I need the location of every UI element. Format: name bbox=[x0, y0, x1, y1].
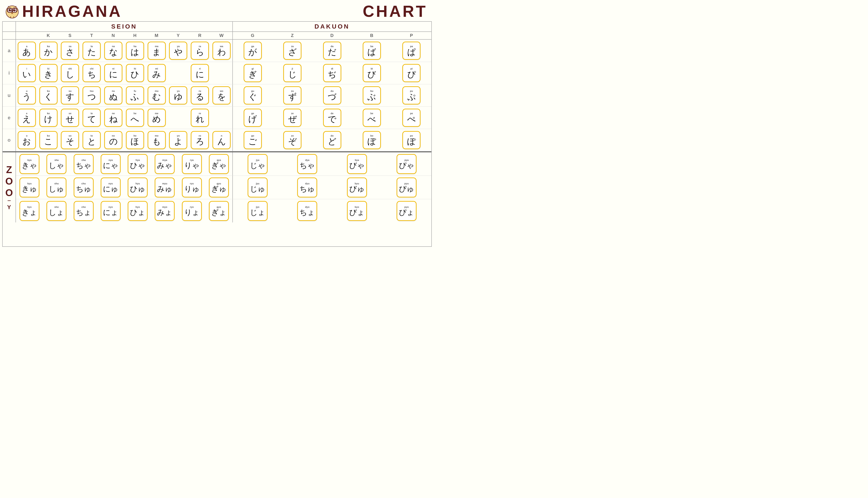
kana-card-yo: yoよ bbox=[169, 131, 187, 149]
kana-cell-n: nん bbox=[211, 129, 232, 151]
youon-dakuon-char-pyu: ぴゅ bbox=[399, 185, 414, 193]
youon-label: Z O O ー Y bbox=[3, 152, 16, 222]
kana-card-ha: haは bbox=[126, 42, 144, 60]
kana-char-mi: み bbox=[152, 70, 161, 79]
kana-card-su: suす bbox=[61, 86, 79, 104]
dakuon-char-bo: ぼ bbox=[367, 137, 376, 146]
col-header-N: N bbox=[103, 32, 124, 39]
dakuon-cells-a: gaがzaざdaだbaばpaぱ bbox=[233, 40, 431, 62]
kana-card-ta: taた bbox=[82, 42, 101, 60]
kana-card-ro: roろ bbox=[191, 131, 209, 149]
seion-cells-a: aあkaかsaさtaたnaなhaはmaまyaやraらwaわ bbox=[16, 40, 233, 62]
kana-char-ta: た bbox=[88, 48, 96, 56]
dakuon-card-ga: gaが bbox=[244, 42, 262, 60]
svg-point-3 bbox=[9, 9, 11, 12]
youon-dakuon-cell-jya: jyaじゃ bbox=[233, 152, 282, 175]
youon-char-ryo: りょ bbox=[184, 209, 200, 216]
kana-card-e: eえ bbox=[18, 109, 36, 127]
dakuon-cell-ge: geげ bbox=[233, 107, 273, 129]
youon-card-kyu: kyuきゅ bbox=[19, 178, 39, 197]
youon-romaji-myo: myo bbox=[162, 206, 167, 208]
kana-char-ka: か bbox=[44, 48, 53, 56]
youon-dakuon-char-jyu: じゅ bbox=[250, 185, 265, 193]
youon-cell-rya: ryaりゃ bbox=[179, 152, 206, 175]
dakuon-char-ge: げ bbox=[248, 115, 257, 123]
youon-dakuon-cell-dya: dyaちゃ bbox=[282, 152, 332, 175]
youon-dakuon-cell-byu: byuびゅ bbox=[332, 176, 382, 199]
dakuon-cell-pu: puぷ bbox=[392, 84, 431, 106]
kana-char-n: ん bbox=[217, 137, 226, 146]
col-header-R: R bbox=[189, 32, 211, 39]
youon-char-sho: しょ bbox=[49, 209, 64, 216]
kana-char-so: そ bbox=[66, 137, 74, 146]
kana-cell-empty bbox=[211, 62, 232, 84]
youon-char-cho: ちょ bbox=[76, 209, 91, 216]
dakuon-card-ge: geげ bbox=[244, 109, 262, 127]
youon-romaji-mya: mya bbox=[162, 159, 167, 161]
kana-card-sa: saさ bbox=[61, 42, 79, 60]
col-header-W: W bbox=[211, 32, 232, 39]
dakuon-cell-pi: piぴ bbox=[392, 62, 431, 84]
kana-card-me: meめ bbox=[148, 109, 166, 127]
youon-dakuon-cell-bya: byaびゃ bbox=[332, 152, 382, 175]
youon-romaji-gyo: gyo bbox=[217, 206, 221, 208]
kana-char-ri: に bbox=[196, 70, 204, 79]
section-label-spacer bbox=[3, 22, 16, 31]
dakuon-char-do: ど bbox=[328, 137, 337, 146]
kana-char-mo: も bbox=[152, 137, 161, 146]
youon-cell-sho: shoしょ bbox=[43, 199, 70, 222]
col-headers-row: K S T N H M Y R W G Z D B P bbox=[3, 32, 431, 40]
kana-cell-mu: muむ bbox=[146, 84, 168, 106]
kana-char-wa: わ bbox=[217, 48, 226, 56]
youon-dakuon-card-bya: byaびゃ bbox=[347, 154, 367, 174]
kana-char-ma: ま bbox=[152, 48, 161, 56]
youon-card-cha: chaちゃ bbox=[74, 154, 94, 174]
svg-point-4 bbox=[13, 9, 16, 12]
kana-card-mu: muむ bbox=[148, 86, 166, 104]
dakuon-cell-bo: boぼ bbox=[352, 129, 392, 151]
kana-char-ya: や bbox=[174, 48, 183, 56]
youon-cell-nyo: nyoにょ bbox=[97, 199, 124, 222]
title-hiragana: HIRAGANA bbox=[22, 2, 122, 21]
dakuon-char-gu: ぐ bbox=[248, 92, 257, 101]
youon-char-mya: みゃ bbox=[157, 161, 172, 169]
youon-card-sha: shaしゃ bbox=[47, 154, 66, 174]
kana-card-u: uう bbox=[18, 86, 36, 104]
youon-dakuon-card-pyo: pyoぴょ bbox=[397, 201, 417, 221]
title-chart: CHART bbox=[363, 2, 428, 21]
kana-card-wo: woを bbox=[212, 86, 231, 104]
dakuon-char-bu: ぶ bbox=[367, 92, 376, 101]
kana-cell-wo: woを bbox=[211, 84, 232, 106]
dakuon-card-gu: guぐ bbox=[244, 86, 262, 104]
youon-dakuon-char-pya: ぴゃ bbox=[399, 161, 414, 169]
kana-cell-ha: haは bbox=[124, 40, 146, 62]
kana-char-ha: は bbox=[131, 48, 139, 56]
kana-card-to: toと bbox=[82, 131, 101, 149]
dakuon-char-be: べ bbox=[367, 115, 376, 123]
col-header-Z: Z bbox=[273, 32, 312, 39]
youon-dakuon-cell-jyo: jyoじょ bbox=[233, 199, 282, 222]
youon-cell-ryu: ryuりゅ bbox=[179, 176, 206, 199]
dakuon-cell-du: duづ bbox=[312, 84, 352, 106]
dakuon-cells-o: goごzoぞdoどboぼpoぽ bbox=[233, 129, 431, 151]
col-header-vowel bbox=[16, 32, 38, 39]
kana-card-he: heへ bbox=[126, 109, 144, 127]
youon-dakuon-cell-jyu: jyuじゅ bbox=[233, 176, 282, 199]
youon-romaji-shu: shu bbox=[54, 182, 59, 185]
section-headers: SEION DAKUON bbox=[3, 22, 431, 32]
youon-card-myu: myuみゅ bbox=[155, 178, 175, 197]
kana-card-tsu: tsuつ bbox=[82, 86, 101, 104]
youon-char-shu: しゅ bbox=[49, 185, 64, 193]
youon-romaji-hya: hya bbox=[136, 159, 140, 161]
kana-cell-nu: nuぬ bbox=[103, 84, 124, 106]
data-row-a: aaあkaかsaさtaたnaなhaはmaまyaやraらwaわgaがzaざdaだb… bbox=[3, 40, 431, 62]
kana-card-ra: raら bbox=[191, 42, 209, 60]
dakuon-cell-zu: zuず bbox=[273, 84, 312, 106]
youon-dakuon-card-jya: jyaじゃ bbox=[248, 154, 267, 174]
kana-card-ru: ruる bbox=[191, 86, 209, 104]
data-row-o: ooおkoこsoそtoとnoのhoほmoもyoよroろnんgoごzoぞdoどbo… bbox=[3, 129, 431, 152]
dakuon-cells-e: geげzeぜdeでbeべpeぺ bbox=[233, 107, 431, 129]
kana-char-ru: る bbox=[196, 92, 204, 101]
seion-col-headers: K S T N H M Y R W bbox=[16, 32, 233, 39]
kana-char-i: い bbox=[22, 70, 31, 79]
